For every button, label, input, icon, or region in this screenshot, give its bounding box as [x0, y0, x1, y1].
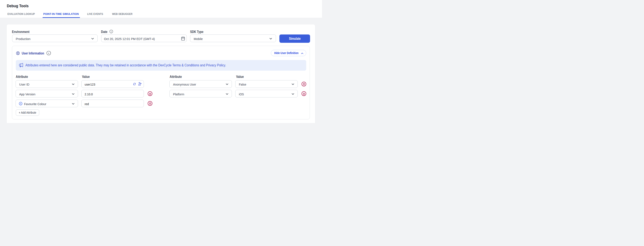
svg-text:S: S: [20, 103, 21, 104]
